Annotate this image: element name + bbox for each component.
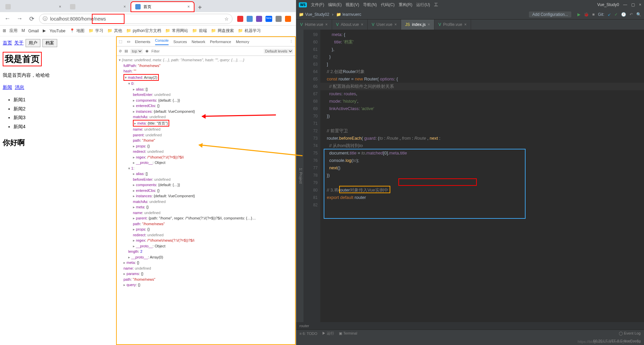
- browser-tab[interactable]: ×: [66, 1, 130, 12]
- ext-icon[interactable]: [256, 16, 262, 22]
- editor-tab[interactable]: VAbout.vue×: [332, 20, 368, 30]
- code-editor[interactable]: meta: { title: '档案' }, } ] // 2.创建Router…: [320, 30, 644, 322]
- devtools-tabs: ⬚ ▭ Elements Console Sources Network Per…: [117, 37, 295, 46]
- browser-tab[interactable]: ×: [1, 1, 65, 12]
- dt-tab-active[interactable]: Console: [155, 38, 169, 45]
- bookmarks-bar: ⊞应用MGmail▶YouTube📍地图📁学习📁其他📁python官方文档📁常用…: [0, 26, 296, 36]
- tab-title: 首页: [143, 4, 151, 10]
- menu-item[interactable]: 文件(F): [311, 2, 324, 8]
- dt-tab[interactable]: Network: [192, 40, 205, 44]
- tool-sidebar[interactable]: 1: Project: [296, 30, 303, 322]
- git-history-icon[interactable]: 🕐: [621, 12, 626, 17]
- device-icon[interactable]: ▭: [127, 39, 130, 44]
- stop-icon[interactable]: ■: [592, 12, 595, 17]
- git-revert-icon[interactable]: ↶: [630, 12, 633, 17]
- menu-item[interactable]: 编辑(E): [328, 2, 342, 8]
- git-update-icon[interactable]: ↙: [608, 12, 611, 17]
- star-icon[interactable]: ☆: [224, 16, 229, 22]
- page-title: 我是首页: [3, 52, 42, 66]
- bookmark-item[interactable]: 📁python官方文档: [126, 28, 161, 34]
- git-commit-icon[interactable]: ✓: [614, 12, 618, 17]
- console-output: {name: undefined, meta: {…}, path: "/hom…: [117, 56, 295, 344]
- user-button[interactable]: 用户: [26, 39, 40, 47]
- ext-badge[interactable]: New: [265, 16, 272, 22]
- menu-item[interactable]: 视图(V): [346, 2, 359, 8]
- filter-input[interactable]: [151, 49, 261, 53]
- info-icon[interactable]: ⓘ: [43, 16, 47, 22]
- eye-icon[interactable]: ◉: [145, 49, 149, 53]
- minimize-icon[interactable]: —: [623, 2, 627, 7]
- search-icon[interactable]: 🔍: [636, 12, 641, 17]
- link-home[interactable]: 首页: [3, 40, 12, 46]
- page-heading2: 你好啊: [3, 138, 113, 148]
- event-log[interactable]: ◯ Event Log: [619, 331, 641, 336]
- bookmark-item[interactable]: 📁机器学习: [238, 28, 261, 34]
- back-button[interactable]: ←: [3, 14, 12, 24]
- bookmark-item[interactable]: ⊞应用: [3, 28, 17, 34]
- menu-item[interactable]: 重构(R): [399, 2, 413, 8]
- dt-more-icon[interactable]: ⋮: [289, 39, 293, 44]
- run-tab[interactable]: ▶ 运行: [322, 331, 334, 336]
- inspect-icon[interactable]: ⬚: [119, 39, 122, 44]
- run-config[interactable]: Add Configuration...: [529, 11, 571, 18]
- clear-icon[interactable]: ⊘: [119, 49, 122, 53]
- editor-tab[interactable]: VHome.vue×: [296, 20, 332, 30]
- devtools-panel: ⬚ ▭ Elements Console Sources Network Per…: [116, 36, 296, 345]
- bookmark-item[interactable]: 📁学习: [88, 28, 103, 34]
- bookmark-item[interactable]: 📁其他: [107, 28, 122, 34]
- debug-icon[interactable]: 🐞: [584, 12, 589, 17]
- bookmark-item[interactable]: 📁常用网站: [165, 28, 188, 34]
- close-icon[interactable]: ×: [639, 2, 641, 7]
- todo-tab[interactable]: ≡ 6: TODO: [299, 332, 317, 336]
- archive-button[interactable]: 档案: [42, 39, 57, 47]
- ext-icon[interactable]: [247, 16, 253, 22]
- ext-icon[interactable]: [285, 16, 291, 22]
- forward-button[interactable]: →: [15, 14, 24, 24]
- dt-tab[interactable]: Performance: [210, 40, 231, 44]
- dt-tab[interactable]: Sources: [173, 40, 187, 44]
- sidebar-icon[interactable]: ▤: [124, 49, 128, 53]
- browser-tab-active[interactable]: 首页×: [131, 1, 194, 12]
- context-select[interactable]: top: [131, 49, 143, 54]
- bookmark-item[interactable]: ▶YouTube: [43, 28, 65, 34]
- reload-button[interactable]: ⟳: [27, 14, 36, 24]
- run-icon[interactable]: ▶: [577, 12, 580, 17]
- bookmark-item[interactable]: MGmail: [22, 28, 39, 34]
- toolbar-icons: ▶ 🐞 ■ Git: ↙ ✓ 🕐 ↶ 🔍: [577, 12, 641, 17]
- ext-icon[interactable]: [237, 16, 243, 22]
- ide-window: WS文件(F)编辑(E)视图(V)导航(N)代码(C)重构(R)运行(U)工 V…: [296, 0, 644, 345]
- extension-icons: New: [235, 16, 293, 22]
- address-bar[interactable]: ⓘ localhost:8080/home/news ☆: [39, 14, 232, 24]
- dt-tab[interactable]: Memory: [236, 40, 249, 44]
- menu-item[interactable]: 代码(C): [381, 2, 395, 8]
- folder-icon[interactable]: 📁 Vue_Study02: [299, 12, 329, 17]
- editor-tab[interactable]: JSindex.js×: [401, 20, 434, 30]
- editor-tab[interactable]: VUser.vue×: [368, 20, 401, 30]
- list-item: 新闻4: [13, 122, 113, 131]
- maximize-icon[interactable]: ▢: [631, 2, 635, 7]
- bookmark-item[interactable]: 📁网盘搜索: [211, 28, 234, 34]
- close-icon[interactable]: ×: [187, 4, 190, 9]
- folder-icon[interactable]: 📁 learnvuerc: [336, 12, 361, 17]
- ext-icon[interactable]: [276, 16, 282, 22]
- breadcrumbs: 📁 Vue_Study02 › 📁 learnvuerc: [299, 12, 361, 17]
- editor-tabs: VHome.vue×VAbout.vue×VUser.vue×JSindex.j…: [296, 20, 644, 30]
- terminal-tab[interactable]: ▣ Terminal: [339, 331, 357, 336]
- bookmark-item[interactable]: 📁前端: [192, 28, 207, 34]
- news-list: 新闻1新闻2新闻3新闻4: [3, 95, 113, 131]
- menu-item[interactable]: 运行(U): [416, 2, 430, 8]
- editor-tab[interactable]: VProfile.vue×: [434, 20, 471, 30]
- bookmark-item[interactable]: 📍地图: [70, 28, 84, 34]
- dt-tab[interactable]: Elements: [135, 40, 150, 44]
- editor-area: 1: Project 59606162636465666768697071727…: [296, 30, 644, 322]
- link-about[interactable]: 关于: [14, 40, 24, 46]
- browser-tabs: × × 首页× +: [0, 0, 296, 12]
- close-icon[interactable]: ×: [59, 4, 61, 9]
- menu-item[interactable]: 导航(N): [363, 2, 377, 8]
- levels-select[interactable]: Default levels: [264, 49, 293, 54]
- menu-item[interactable]: 工: [434, 2, 438, 8]
- new-tab-button[interactable]: +: [195, 3, 205, 12]
- close-icon[interactable]: ×: [123, 4, 126, 9]
- link-msg[interactable]: 消息: [15, 84, 24, 90]
- link-news[interactable]: 新闻: [3, 84, 12, 90]
